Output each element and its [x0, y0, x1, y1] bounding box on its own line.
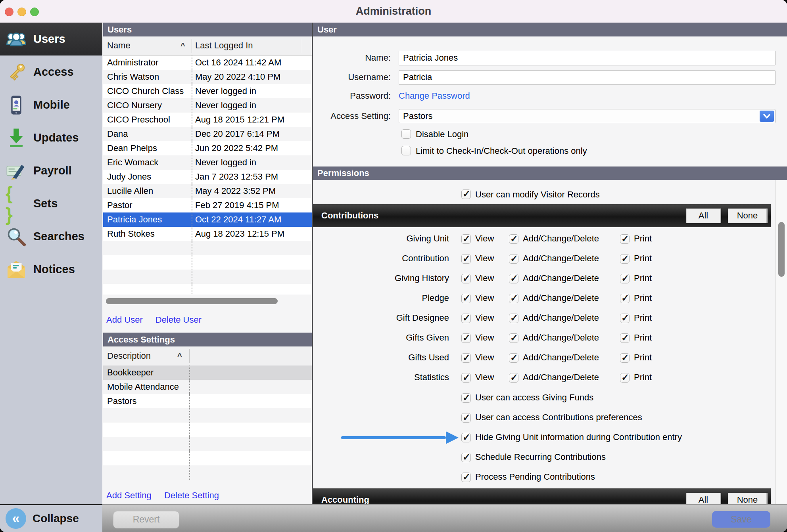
table-row[interactable]: Patricia JonesOct 22 2024 11:27 AM	[103, 212, 312, 227]
name-field[interactable]: Patricia Jones	[399, 51, 775, 65]
view-checkbox[interactable]	[461, 373, 471, 383]
contributions-none-button[interactable]: None	[728, 209, 768, 223]
print-checkbox[interactable]	[620, 254, 630, 264]
vertical-scrollbar-thumb[interactable]	[778, 222, 785, 277]
table-row[interactable]: Ruth StokesAug 18 2023 12:15 PM	[103, 227, 312, 241]
table-row[interactable]: Pastors	[103, 394, 312, 408]
description-cell: Bookkeeper	[107, 366, 189, 380]
footer-bar: Revert Save	[102, 504, 787, 532]
print-checkbox[interactable]	[620, 274, 630, 283]
table-row[interactable]: PastorFeb 27 2019 4:15 PM	[103, 198, 312, 212]
checkbox-label: Print	[634, 273, 652, 283]
print-checkbox[interactable]	[620, 353, 630, 363]
user-name-cell: Chris Watson	[107, 70, 189, 84]
table-row[interactable]: AdministratorOct 16 2024 11:42 AM	[103, 55, 312, 70]
add-change-delete-checkbox[interactable]	[509, 314, 518, 323]
view-checkbox[interactable]	[461, 294, 471, 303]
view-checkbox[interactable]	[461, 254, 471, 264]
table-row[interactable]: CICO PreschoolAug 18 2015 12:21 PM	[103, 113, 312, 127]
username-field[interactable]: Patricia	[399, 70, 775, 85]
users-column-last-logged-in[interactable]: Last Logged In	[195, 36, 253, 55]
table-row[interactable]: Mobile Attendance	[103, 380, 312, 394]
table-row[interactable]: Chris WatsonMay 20 2022 4:10 PM	[103, 70, 312, 84]
print-checkbox[interactable]	[620, 294, 630, 303]
table-row[interactable]: Dean PhelpsJun 20 2022 5:42 PM	[103, 141, 312, 155]
access-giving-funds-checkbox[interactable]	[461, 393, 471, 403]
users-table-header: Name ^ Last Logged In	[103, 36, 312, 55]
delete-setting-link[interactable]: Delete Setting	[164, 490, 219, 500]
table-row	[103, 270, 312, 284]
add-change-delete-checkbox[interactable]	[509, 274, 518, 283]
disable-login-checkbox[interactable]	[401, 129, 411, 139]
delete-user-link[interactable]: Delete User	[155, 315, 202, 325]
hide-giving-unit-checkbox[interactable]	[461, 433, 471, 442]
modify-visitor-records-checkbox[interactable]	[461, 189, 471, 199]
sets-icon: { }	[6, 193, 27, 214]
description-column[interactable]: Description	[107, 346, 151, 366]
table-row[interactable]: CICO NurseryNever logged in	[103, 98, 312, 113]
change-password-link[interactable]: Change Password	[399, 91, 470, 101]
checkbox-label: Add/Change/Delete	[523, 313, 599, 323]
checkbox-label: User can access Contributions preference…	[475, 412, 642, 423]
add-change-delete-checkbox[interactable]	[509, 254, 518, 264]
table-row[interactable]: DanaDec 20 2017 6:14 PM	[103, 127, 312, 141]
contributions-all-button[interactable]: All	[686, 209, 721, 223]
save-button[interactable]: Save	[712, 511, 770, 528]
add-change-delete-checkbox[interactable]	[509, 373, 518, 383]
sidebar-item-mobile[interactable]: Mobile	[0, 88, 102, 121]
view-checkbox[interactable]	[461, 333, 471, 343]
checkbox-label: Add/Change/Delete	[523, 352, 599, 363]
print-checkbox[interactable]	[620, 333, 630, 343]
table-row	[103, 451, 312, 465]
permission-row-label: Giving History	[313, 273, 449, 283]
users-column-name[interactable]: Name	[107, 36, 131, 55]
print-checkbox[interactable]	[620, 234, 630, 244]
horizontal-scrollbar[interactable]	[106, 298, 278, 304]
contributions-section-bar: Contributions All None	[313, 204, 771, 227]
access-contributions-preferences-checkbox[interactable]	[461, 413, 471, 423]
sidebar-item-access[interactable]: Access	[0, 55, 102, 88]
view-checkbox[interactable]	[461, 314, 471, 323]
sidebar-item-updates[interactable]: Updates	[0, 121, 102, 154]
table-row[interactable]: Bookkeeper	[103, 366, 312, 380]
access-setting-select[interactable]: Pastors	[399, 109, 775, 123]
user-name-cell: Administrator	[107, 55, 189, 70]
table-row[interactable]: Lucille AllenMay 4 2022 3:52 PM	[103, 184, 312, 198]
permission-row-label: Gifts Given	[313, 333, 449, 343]
add-change-delete-checkbox[interactable]	[509, 294, 518, 303]
accounting-section-bar: Accounting All None	[313, 488, 771, 504]
sidebar: UsersAccessMobileUpdatesPayroll{ }SetsSe…	[0, 23, 102, 532]
view-checkbox[interactable]	[461, 234, 471, 244]
revert-button[interactable]: Revert	[113, 511, 179, 528]
collapse-button[interactable]: « Collapse	[0, 504, 102, 532]
schedule-recurring-contributions-checkbox[interactable]	[461, 453, 471, 462]
table-row	[103, 408, 312, 423]
table-row[interactable]: Eric WomackNever logged in	[103, 155, 312, 170]
chevron-down-icon[interactable]	[760, 111, 774, 122]
accounting-none-button[interactable]: None	[728, 493, 768, 504]
process-pending-contributions-checkbox[interactable]	[461, 473, 471, 482]
table-row[interactable]: CICO Church ClassNever logged in	[103, 84, 312, 98]
add-change-delete-checkbox[interactable]	[509, 353, 518, 363]
last-logged-in-cell: May 20 2022 4:10 PM	[195, 70, 280, 84]
sidebar-item-users[interactable]: Users	[0, 23, 102, 55]
print-checkbox[interactable]	[620, 314, 630, 323]
add-change-delete-checkbox[interactable]	[509, 333, 518, 343]
annotation-arrow-icon	[446, 431, 459, 444]
contributions-section-title: Contributions	[321, 204, 378, 227]
limit-checkin-checkout-checkbox[interactable]	[401, 146, 411, 155]
view-checkbox[interactable]	[461, 353, 471, 363]
table-row[interactable]: Judy JonesJan 7 2023 12:53 PM	[103, 170, 312, 184]
administration-window: Administration UsersAccessMobileUpdatesP…	[0, 0, 787, 532]
accounting-all-button[interactable]: All	[686, 493, 721, 504]
sidebar-item-sets[interactable]: { }Sets	[0, 187, 102, 220]
window-titlebar: Administration	[0, 0, 787, 23]
sidebar-item-searches[interactable]: Searches	[0, 220, 102, 253]
sidebar-item-notices[interactable]: Notices	[0, 253, 102, 286]
add-setting-link[interactable]: Add Setting	[106, 490, 152, 500]
view-checkbox[interactable]	[461, 274, 471, 283]
print-checkbox[interactable]	[620, 373, 630, 383]
sort-ascending-icon: ^	[180, 36, 185, 55]
add-change-delete-checkbox[interactable]	[509, 234, 518, 244]
add-user-link[interactable]: Add User	[106, 315, 143, 325]
